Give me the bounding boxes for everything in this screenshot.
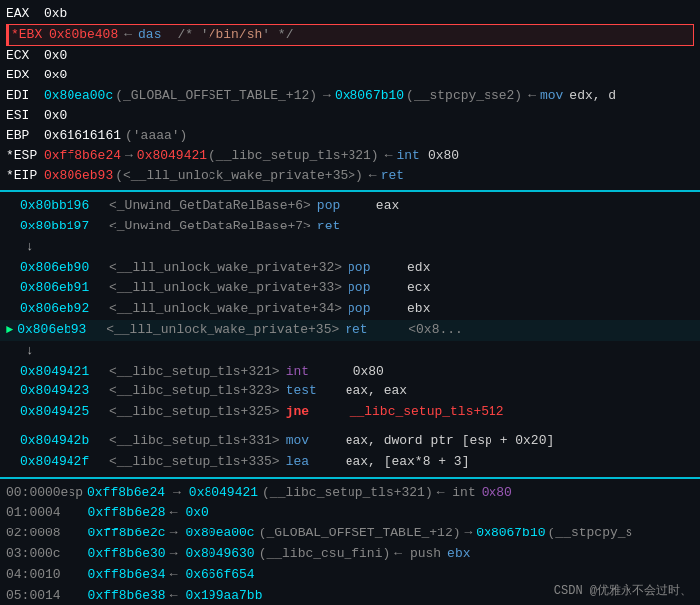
reg-row-edi: EDI 0x80ea00c (_GLOBAL_OFFSET_TABLE_+12)… (6, 86, 694, 106)
disasm-mnemonic: pop (348, 258, 407, 279)
reg-val-edx: 0x0 (44, 66, 67, 85)
stack-idx: 03:000c (6, 544, 61, 565)
disasm-sym: <__libc_setup_tls+323> (109, 381, 280, 402)
reg-row-edx: EDX 0x0 (6, 66, 694, 85)
disasm-sym: <__libc_setup_tls+321> (109, 362, 280, 382)
disasm-sym: <_Unwind_GetDataRelBase+6> (109, 196, 311, 217)
disasm-addr: 0x8049421 (20, 362, 109, 382)
disasm-operand: ebx (407, 299, 430, 320)
registers-panel: EAX 0xb *EBX 0x80be408 ← das /* '/bin/sh… (0, 0, 700, 192)
stack-idx: 04:0010 (6, 565, 61, 586)
disasm-operand: ecx (407, 278, 430, 299)
reg-name-edx: EDX (6, 66, 44, 85)
disasm-row-806eb93-current: ► 0x806eb93 <__lll_unlock_wake_private+3… (0, 320, 700, 341)
disasm-addr-current: 0x806eb93 (17, 320, 106, 341)
reg-row-eax: EAX 0xb (6, 4, 694, 24)
disasm-mnemonic-jne: jne (286, 402, 346, 423)
disasm-sym: <__lll_unlock_wake_private+35> (106, 320, 339, 341)
reg-val-ebx: 0x80be408 (49, 25, 118, 45)
disasm-mnemonic: pop (348, 278, 407, 299)
disasm-mnemonic: pop (317, 196, 376, 217)
reg-val-ecx: 0x0 (44, 46, 67, 66)
disasm-addr: 0x804942b (20, 431, 109, 452)
disasm-operand: eax, dword ptr [esp + 0x20] (346, 431, 555, 452)
reg-row-esi: ESI 0x0 (6, 106, 694, 126)
disasm-mnemonic: pop (348, 299, 407, 320)
disasm-sym: <__lll_unlock_wake_private+33> (109, 278, 342, 299)
disasm-sym: <__lll_unlock_wake_private+32> (109, 258, 342, 279)
stack-row-3: 03:000c 0xff8b6e30 → 0x8049630 (__libc_c… (6, 544, 694, 565)
disasm-mnemonic: test (286, 381, 346, 402)
disasm-addr: 0x8049425 (20, 402, 109, 423)
disasm-row-806eb92: 0x806eb92 <__lll_unlock_wake_private+34>… (0, 299, 700, 320)
disasm-down-arrow-1: ↓ (0, 237, 700, 258)
stack-row-1: 01:0004 0xff8b6e28 ← 0x0 (6, 503, 694, 524)
disasm-addr: 0x806eb91 (20, 278, 109, 299)
disasm-row-804942b: 0x804942b <__libc_setup_tls+331> mov eax… (0, 431, 700, 452)
disasm-addr: 0x806eb92 (20, 299, 109, 320)
disasm-panel: 0x80bb196 <_Unwind_GetDataRelBase+6> pop… (0, 192, 700, 478)
disasm-row-806eb91: 0x806eb91 <__lll_unlock_wake_private+33>… (0, 278, 700, 299)
disasm-sym: <__libc_setup_tls+325> (109, 402, 280, 423)
watermark: CSDN @优雅永不会过时、 (554, 582, 692, 599)
reg-val-eip: 0x806eb93 (44, 166, 113, 186)
disasm-operand: edx (407, 258, 430, 279)
disasm-row-804942f: 0x804942f <__libc_setup_tls+335> lea eax… (0, 452, 700, 473)
stack-row-0: 00:0000 esp 0xff8b6e24 → 0x8049421 (__li… (6, 483, 694, 504)
reg-name-ebx: *EBX (11, 25, 49, 45)
reg-val-edi: 0x80ea00c (44, 86, 113, 106)
reg-name-ebp: EBP (6, 126, 44, 146)
disasm-operand: __libc_setup_tls+512 (350, 402, 504, 423)
reg-val-esi: 0x0 (44, 106, 67, 126)
disasm-operand: eax, eax (346, 381, 407, 402)
reg-name-ecx: ECX (6, 46, 44, 66)
disasm-row-8049425: 0x8049425 <__libc_setup_tls+325> jne __l… (0, 402, 700, 423)
reg-name-eax: EAX (6, 4, 44, 24)
disasm-row-8049421: 0x8049421 <__libc_setup_tls+321> int 0x8… (0, 362, 700, 382)
disasm-down-arrow-2: ↓ (0, 341, 700, 362)
reg-val-esp: 0xff8b6e24 (44, 146, 121, 166)
disasm-operand: eax, [eax*8 + 3] (346, 452, 470, 473)
disasm-sym: <__lll_unlock_wake_private+34> (109, 299, 342, 320)
reg-row-eip: *EIP 0x806eb93 (<__lll_unlock_wake_priva… (6, 166, 694, 186)
current-line-indicator: ► (6, 321, 13, 340)
disasm-mnemonic: lea (286, 452, 346, 473)
disasm-addr: 0x806eb90 (20, 258, 109, 279)
stack-idx: 01:0004 (6, 503, 61, 524)
reg-row-ebp: EBP 0x61616161 ('aaaa') (6, 126, 694, 146)
reg-name-esi: ESI (6, 106, 44, 126)
reg-row-ebx: *EBX 0x80be408 ← das /* '/bin/sh' */ (6, 24, 694, 46)
disasm-row-80bb197: 0x80bb197 <_Unwind_GetDataRelBase+7> ret (0, 217, 700, 237)
disasm-sym: <__libc_setup_tls+335> (109, 452, 280, 473)
disasm-sym: <__libc_setup_tls+331> (109, 431, 280, 452)
disasm-blank-row (0, 423, 700, 431)
reg-comment-ebx: /* '/bin/sh' */ (177, 25, 293, 45)
disasm-mnemonic: ret (345, 320, 404, 341)
reg-name-edi: EDI (6, 86, 44, 106)
disasm-operand: eax (376, 196, 399, 217)
stack-row-2: 02:0008 0xff8b6e2c → 0x80ea00c (_GLOBAL_… (6, 524, 694, 544)
disasm-addr: 0x80bb197 (20, 217, 109, 237)
disasm-mnemonic: int (286, 362, 346, 382)
disasm-sym: <_Unwind_GetDataRelBase+7> (109, 217, 311, 237)
disasm-row-806eb90: 0x806eb90 <__lll_unlock_wake_private+32>… (0, 258, 700, 279)
reg-name-eip: *EIP (6, 166, 44, 186)
disasm-row-8049423: 0x8049423 <__libc_setup_tls+323> test ea… (0, 381, 700, 402)
reg-row-ecx: ECX 0x0 (6, 46, 694, 66)
reg-val-eax: 0xb (44, 4, 67, 24)
reg-val-ebp: 0x61616161 (44, 126, 121, 146)
disasm-operand: 0x80 (353, 362, 384, 382)
disasm-addr: 0x80bb196 (20, 196, 109, 217)
disasm-mnemonic: mov (286, 431, 346, 452)
stack-idx: 00:0000 (6, 483, 61, 504)
reg-row-esp: *ESP 0xff8b6e24 → 0x8049421 (__libc_setu… (6, 146, 694, 166)
disasm-addr: 0x8049423 (20, 381, 109, 402)
disasm-mnemonic: ret (317, 217, 376, 237)
disasm-row-80bb196: 0x80bb196 <_Unwind_GetDataRelBase+6> pop… (0, 196, 700, 217)
stack-idx: 05:0014 (6, 586, 61, 605)
reg-instr-ebx: das (138, 25, 161, 45)
stack-idx: 02:0008 (6, 524, 61, 544)
disasm-addr: 0x804942f (20, 452, 109, 473)
reg-name-esp: *ESP (6, 146, 44, 166)
